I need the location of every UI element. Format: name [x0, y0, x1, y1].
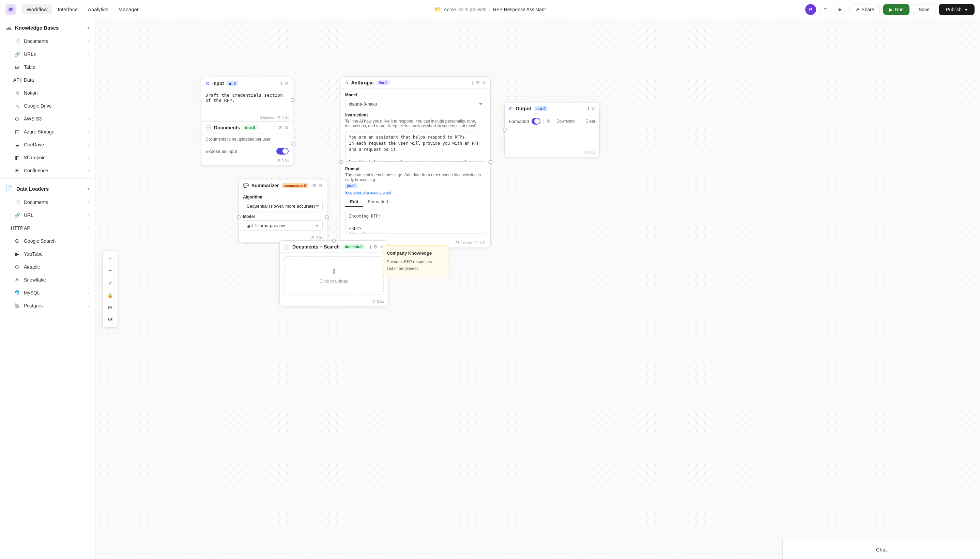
sidebar-item-table[interactable]: ⊞ Table ≡ — [0, 61, 95, 74]
user-avatar[interactable]: P — [805, 4, 816, 15]
algo-select[interactable]: Sequential (slower, more accurate) — [243, 201, 323, 212]
dl-section-title: 📄 Data Loaders — [5, 185, 49, 192]
output-formatted-toggle[interactable] — [532, 118, 540, 125]
nav-tab-interface[interactable]: Interface — [53, 5, 82, 14]
sidebar-item-url[interactable]: 🔗 URL ≡ — [0, 209, 95, 222]
summarizer-completion-port[interactable] — [325, 215, 329, 219]
sidebar-item-azurestorage[interactable]: ◫ Azure Storage ≡ — [0, 125, 95, 138]
nav-tab-workflow[interactable]: Workflow — [22, 5, 52, 14]
sidebar-item-confluence[interactable]: ✱ Confluence ≡ — [0, 164, 95, 177]
sidebar-item-data[interactable]: API Data ≡ — [0, 74, 95, 86]
nav-tab-analytics[interactable]: Analytics — [83, 5, 113, 14]
prompt-field[interactable]: Incoming RFP: <RFP> {doc-0} </RFP> — [345, 210, 486, 234]
docs-toggle-label: Expose as input — [206, 149, 237, 154]
output-clear-button[interactable]: Clear — [585, 119, 595, 124]
anthropic-input-port[interactable] — [339, 160, 343, 164]
sum-model-select[interactable]: gpt-4-turbo-preview — [243, 220, 323, 231]
sidebar-item-sharepoint[interactable]: ◧ Sharepoint ≡ — [0, 151, 95, 164]
anthropic-time: ⏱ 1.9s — [474, 241, 486, 245]
sidebar-item-label: Data — [24, 77, 34, 83]
sidebar-item-youtube[interactable]: ▶ YouTube ≡ — [0, 248, 95, 260]
summarizer-datasource-port[interactable] — [237, 215, 241, 219]
output-badge: out-0 — [534, 106, 548, 111]
zoom-in-button[interactable]: + — [104, 253, 116, 264]
sidebar-item-api[interactable]: HTTP API ≡ — [0, 222, 95, 235]
docs-close-button[interactable]: ✕ — [285, 125, 289, 131]
map-button[interactable]: 🗺 — [104, 314, 116, 325]
sidebar-item-onedrive[interactable]: ☁ OneDrive ≡ — [0, 138, 95, 151]
prompt-tab-edit[interactable]: Edit — [345, 197, 363, 207]
sidebar-item-postgres[interactable]: 🐘 Postgres ≡ — [0, 299, 95, 312]
sidebar-item-urls[interactable]: 🔗 URLs ≡ — [0, 48, 95, 61]
output-node: ⊙ Output out-0 ℹ ✕ Formatted | ⎘ | Downl… — [504, 102, 600, 157]
clock-icon-docs: ⏱ — [277, 159, 280, 163]
kb-items: 📄 Documents ≡ 🔗 URLs ≡ ⊞ Table ≡ API — [0, 35, 95, 177]
input-output-port[interactable] — [291, 98, 295, 102]
docs-description: Documents to be uploaded per user — [206, 137, 289, 142]
upload-area[interactable]: ⬆ Click to upload — [284, 256, 384, 294]
sidebar-item-label: OneDrive — [24, 142, 44, 147]
grid-button[interactable]: ⊞ — [104, 302, 116, 313]
docs-output-port[interactable] — [291, 142, 295, 146]
anthropic-info-button[interactable]: ℹ — [472, 80, 474, 86]
sidebar-item-snowflake[interactable]: ❄ Snowflake ≡ — [0, 273, 95, 286]
sidebar-item-googlesearch[interactable]: G Google Search ≡ — [0, 235, 95, 248]
docsearch-info-button[interactable]: ℹ — [370, 244, 371, 250]
prompt-examples-link[interactable]: Examples of a good prompt — [345, 190, 486, 194]
sidebar-item-label: MySQL — [24, 290, 40, 296]
docs-settings-button[interactable]: ⚙ — [278, 125, 282, 131]
run-button[interactable]: ▶ Run — [883, 4, 909, 15]
output-download-button[interactable]: Download — [556, 119, 574, 124]
docsearch-badge: docemb-0 — [342, 244, 365, 250]
sidebar-item-documents[interactable]: 📄 Documents ≡ — [0, 35, 95, 48]
anthropic-settings-button[interactable]: ⚙ — [476, 80, 480, 86]
play-history-button[interactable]: ▶ — [834, 4, 846, 15]
publish-button[interactable]: Publish ▾ — [939, 4, 975, 15]
prompt-tab-formatted[interactable]: Formatted — [363, 197, 393, 207]
formatted-label: Formatted — [509, 119, 529, 124]
zoom-out-button[interactable]: − — [104, 265, 116, 276]
summarizer-body: Algorithm Sequential (slower, more accur… — [239, 191, 327, 234]
instructions-field[interactable]: You are an assistant that helps respond … — [345, 131, 486, 162]
output-input-port[interactable] — [502, 128, 507, 132]
model-select[interactable]: claude-3-haku — [345, 99, 486, 109]
sidebar-item-label: Azure Storage — [24, 129, 55, 134]
chat-button[interactable]: Chat — [783, 540, 980, 559]
docsearch-inputquery-port[interactable] — [332, 239, 336, 243]
nav-tab-manager[interactable]: Manager — [114, 5, 143, 14]
sidebar-item-airtable[interactable]: ⬡ Airtable ≡ — [0, 260, 95, 273]
fit-screen-button[interactable]: ⤢ — [104, 278, 116, 288]
input-info-button[interactable]: ℹ — [281, 81, 282, 86]
summarizer-header: 💬 Summarizer summarizer-0 ⚙ ✕ — [239, 179, 327, 191]
anthropic-output-port[interactable] — [488, 160, 492, 164]
sidebar-item-awss3[interactable]: ⬡ AWS S3 ≡ — [0, 112, 95, 125]
help-button[interactable]: ? — [819, 4, 831, 15]
share-button[interactable]: ↗ Share — [849, 4, 880, 15]
docs-expose-toggle[interactable] — [276, 148, 289, 155]
docsearch-settings-button[interactable]: ⚙ — [373, 244, 378, 250]
save-button[interactable]: Save — [913, 4, 935, 15]
summarizer-close-button[interactable]: ✕ — [318, 183, 323, 188]
lock-button[interactable]: 🔒 — [104, 290, 116, 301]
app-logo — [5, 4, 17, 15]
kb-section-title: ☁ Knowledge Bases — [5, 24, 59, 31]
sidebar-item-googledrive[interactable]: △ Google Drive ≡ — [0, 99, 95, 112]
kb-section-header[interactable]: ☁ Knowledge Bases ▾ — [0, 19, 95, 35]
dl-section-header[interactable]: 📄 Data Loaders ▾ — [0, 180, 95, 196]
company-item-0: Previous RFP responses. — [387, 258, 445, 265]
output-close-button[interactable]: ✕ — [591, 106, 595, 111]
anthropic-close-button[interactable]: ✕ — [482, 80, 486, 86]
summarizer-actions: ⚙ ✕ — [312, 183, 323, 188]
confluence-icon: ✱ — [13, 167, 20, 174]
input-close-button[interactable]: ✕ — [285, 81, 289, 86]
output-copy-button[interactable]: ⎘ — [547, 119, 550, 124]
docs-node-icon: 📄 — [206, 125, 211, 131]
output-info-button[interactable]: ℹ — [587, 106, 589, 111]
input-badge: in-0 — [227, 81, 238, 86]
summarizer-settings-button[interactable]: ⚙ — [312, 183, 317, 188]
sidebar-item-mysql[interactable]: 🐬 MySQL ≡ — [0, 286, 95, 299]
prompt-label: Prompt — [345, 167, 486, 171]
input-text-field[interactable]: Draft the credentials section of the RFP… — [206, 93, 289, 110]
sidebar-item-documents[interactable]: 📄 Documents ≡ — [0, 196, 95, 209]
sidebar-item-notion[interactable]: N Notion ≡ — [0, 86, 95, 99]
